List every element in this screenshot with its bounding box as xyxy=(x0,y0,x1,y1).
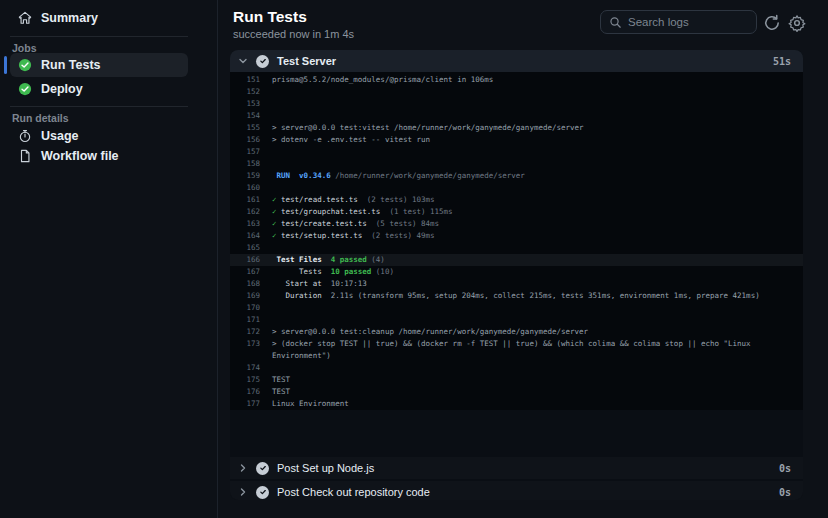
selected-job-accent-bar xyxy=(4,56,7,74)
stopwatch-icon xyxy=(18,129,32,143)
log-line-content: ✓ test/groupchat.test.ts (1 test) 115ms xyxy=(260,206,803,218)
step-success-icon xyxy=(256,55,269,68)
log-line: 176TEST xyxy=(230,386,803,398)
log-line-content: RUN v0.34.6 /home/runner/work/ganymede/g… xyxy=(260,170,803,182)
log-line: 159 RUN v0.34.6 /home/runner/work/ganyme… xyxy=(230,170,803,182)
line-number[interactable]: 165 xyxy=(230,242,260,254)
log-line: 171 xyxy=(230,314,803,326)
line-number[interactable]: 155 xyxy=(230,122,260,134)
log-line-content: > server@0.0.0 test:vitest /home/runner/… xyxy=(260,122,803,134)
step-success-icon xyxy=(256,486,269,499)
log-line: 151prisma@5.5.2/node_modules/@prisma/cli… xyxy=(230,74,803,86)
search-logs-box xyxy=(600,10,757,34)
step-name: Test Server xyxy=(277,55,765,67)
line-number[interactable]: 168 xyxy=(230,278,260,290)
line-number[interactable]: 154 xyxy=(230,110,260,122)
log-line-content: prisma@5.5.2/node_modules/@prisma/client… xyxy=(260,74,803,86)
page-title: Run Tests xyxy=(233,8,307,26)
log-line-content: TEST xyxy=(260,374,803,386)
log-line: 168 Start at 10:17:13 xyxy=(230,278,803,290)
file-icon xyxy=(18,149,32,163)
sidebar-item-run-tests[interactable]: Run Tests xyxy=(10,53,188,77)
line-number[interactable]: 157 xyxy=(230,146,260,158)
sidebar-item-label: Deploy xyxy=(41,82,83,96)
line-number[interactable]: 175 xyxy=(230,374,260,386)
success-check-icon xyxy=(18,82,32,96)
line-number[interactable]: 171 xyxy=(230,314,260,326)
search-logs-input[interactable] xyxy=(628,16,748,28)
sidebar-item-workflow-file[interactable]: Workflow file xyxy=(10,144,188,168)
run-details-heading: Run details xyxy=(12,112,69,124)
line-number[interactable]: 162 xyxy=(230,206,260,218)
log-line-content: Linux Environment xyxy=(260,398,803,410)
log-line: 167 Tests 10 passed (10) xyxy=(230,266,803,278)
chevron-right-icon xyxy=(238,487,248,497)
line-number[interactable]: 172 xyxy=(230,326,260,338)
line-number[interactable]: 166 xyxy=(230,254,260,266)
log-line: 155> server@0.0.0 test:vitest /home/runn… xyxy=(230,122,803,134)
success-check-icon xyxy=(18,58,32,72)
line-number[interactable]: 164 xyxy=(230,230,260,242)
line-number[interactable]: 169 xyxy=(230,290,260,302)
line-number[interactable]: 173 xyxy=(230,338,260,350)
log-line-content: Test Files 4 passed (4) xyxy=(260,254,803,266)
log-line-content: Tests 10 passed (10) xyxy=(260,266,803,278)
log-line: 175TEST xyxy=(230,374,803,386)
log-line: 156> dotenv -e .env.test -- vitest run xyxy=(230,134,803,146)
log-line-content: TEST xyxy=(260,386,803,398)
log-line: 153 xyxy=(230,98,803,110)
line-number[interactable]: 156 xyxy=(230,134,260,146)
log-line: 165 xyxy=(230,242,803,254)
line-number[interactable]: 176 xyxy=(230,386,260,398)
log-line: 169 Duration 2.11s (transform 95ms, setu… xyxy=(230,290,803,302)
log-line-content: ✓ test/create.test.ts (5 tests) 84ms xyxy=(260,218,803,230)
line-number[interactable]: 152 xyxy=(230,86,260,98)
log-line: 161✓ test/read.test.ts (2 tests) 103ms xyxy=(230,194,803,206)
run-status-text: succeeded now in 1m 4s xyxy=(233,28,354,40)
log-line-content: ✓ test/setup.test.ts (2 tests) 49ms xyxy=(260,230,803,242)
log-line-content: > server@0.0.0 test:cleanup /home/runner… xyxy=(260,326,803,338)
log-line: 163✓ test/create.test.ts (5 tests) 84ms xyxy=(230,218,803,230)
log-group-test-server[interactable]: Test Server 51s xyxy=(230,50,803,72)
line-number[interactable]: 153 xyxy=(230,98,260,110)
sidebar-item-label: Run Tests xyxy=(41,58,101,72)
sidebar-item-deploy[interactable]: Deploy xyxy=(10,77,188,101)
log-line-content: > (docker stop TEST || true) && (docker … xyxy=(260,338,803,362)
log-line: 174 xyxy=(230,362,803,374)
log-line-content: Start at 10:17:13 xyxy=(260,278,803,290)
line-number[interactable]: 151 xyxy=(230,74,260,86)
log-lines: 151prisma@5.5.2/node_modules/@prisma/cli… xyxy=(230,72,803,410)
step-duration: 0s xyxy=(779,487,791,498)
log-line: 162✓ test/groupchat.test.ts (1 test) 115… xyxy=(230,206,803,218)
log-line: 177Linux Environment xyxy=(230,398,803,410)
line-number[interactable]: 160 xyxy=(230,182,260,194)
line-number[interactable]: 170 xyxy=(230,302,260,314)
sidebar-item-label: Usage xyxy=(41,129,79,143)
step-success-icon xyxy=(256,462,269,475)
line-number[interactable]: 167 xyxy=(230,266,260,278)
line-number[interactable]: 174 xyxy=(230,362,260,374)
line-number[interactable]: 161 xyxy=(230,194,260,206)
line-number[interactable]: 159 xyxy=(230,170,260,182)
gear-icon[interactable] xyxy=(788,14,806,32)
sidebar-item-summary[interactable]: Summary xyxy=(10,6,188,30)
sidebar-divider xyxy=(10,106,188,107)
sidebar-item-label: Summary xyxy=(41,11,98,25)
line-number[interactable]: 177 xyxy=(230,398,260,410)
line-number[interactable]: 163 xyxy=(230,218,260,230)
log-group-post-setup-node[interactable]: Post Set up Node.js 0s xyxy=(230,457,803,479)
step-name: Post Check out repository code xyxy=(277,486,771,498)
log-line: 170 xyxy=(230,302,803,314)
log-line: 158 xyxy=(230,158,803,170)
log-line: 154 xyxy=(230,110,803,122)
sidebar-divider xyxy=(10,36,188,37)
line-number[interactable]: 158 xyxy=(230,158,260,170)
log-line: 173> (docker stop TEST || true) && (dock… xyxy=(230,338,803,362)
log-line-content: Duration 2.11s (transform 95ms, setup 20… xyxy=(260,290,803,302)
log-group-post-checkout[interactable]: Post Check out repository code 0s xyxy=(230,481,803,500)
search-icon xyxy=(609,16,622,29)
log-line-content: ✓ test/read.test.ts (2 tests) 103ms xyxy=(260,194,803,206)
refresh-icon[interactable] xyxy=(763,14,781,32)
log-line-content: > dotenv -e .env.test -- vitest run xyxy=(260,134,803,146)
log-line: 157 xyxy=(230,146,803,158)
